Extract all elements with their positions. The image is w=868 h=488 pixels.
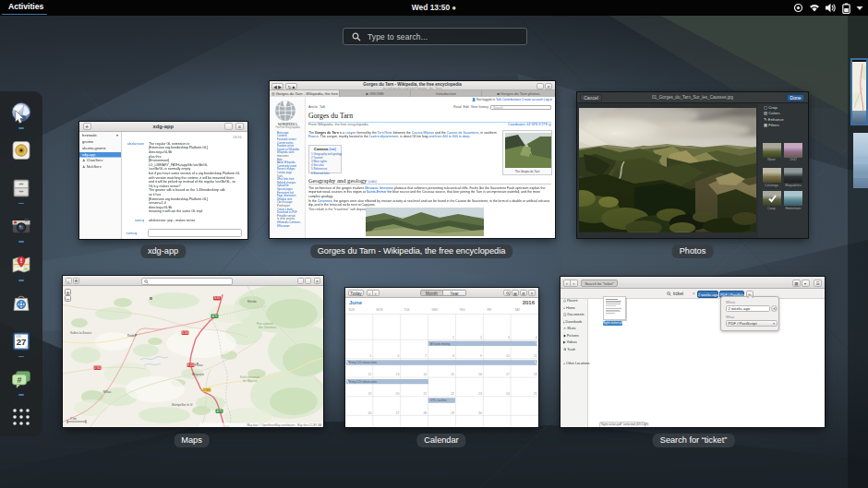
svg-text:FRI: FRI bbox=[488, 308, 492, 312]
svg-text:#: # bbox=[17, 375, 21, 385]
svg-text:Salles-la-Source: Salles-la-Source bbox=[70, 331, 92, 335]
svg-text:Montpellier-le-V.: Montpellier-le-V. bbox=[172, 403, 193, 407]
svg-text:7: 7 bbox=[425, 354, 427, 358]
svg-text:5: 5 bbox=[370, 354, 372, 358]
svg-text:22: 22 bbox=[451, 392, 454, 396]
svg-text:MON: MON bbox=[377, 308, 383, 312]
svg-text:SUN: SUN bbox=[349, 308, 355, 312]
svg-text:2 km: 2 km bbox=[70, 417, 77, 421]
svg-text:All hands meeting: All hands meeting bbox=[430, 342, 451, 346]
svg-text:17: 17 bbox=[506, 373, 510, 376]
svg-text:8: 8 bbox=[452, 354, 454, 358]
svg-text:27: 27 bbox=[17, 337, 27, 347]
svg-text:3: 3 bbox=[508, 336, 510, 339]
svg-text:1: 1 bbox=[452, 336, 454, 339]
svg-text:THU: THU bbox=[460, 308, 465, 312]
svg-text:N 88: N 88 bbox=[214, 296, 220, 300]
svg-text:27: 27 bbox=[396, 411, 400, 415]
svg-text:A 75: A 75 bbox=[211, 315, 217, 318]
svg-text:des Cévennes: des Cévennes bbox=[259, 326, 277, 329]
svg-text:9: 9 bbox=[480, 354, 482, 358]
svg-text:WED: WED bbox=[432, 308, 440, 312]
svg-text:10: 10 bbox=[506, 354, 510, 358]
svg-text:15: 15 bbox=[451, 373, 454, 376]
svg-text:2: 2 bbox=[480, 336, 482, 339]
svg-text:Mende: Mende bbox=[247, 300, 257, 304]
svg-text:12: 12 bbox=[368, 373, 372, 376]
svg-text:Map data © OpenStreetMap contr: Map data © OpenStreetMap contributors · … bbox=[247, 423, 321, 427]
svg-text:6: 6 bbox=[397, 354, 399, 358]
svg-text:25: 25 bbox=[534, 392, 537, 396]
svg-text:D 911: D 911 bbox=[93, 366, 101, 370]
svg-text:Florac: Florac bbox=[195, 363, 203, 367]
svg-text:28: 28 bbox=[423, 411, 427, 415]
svg-text:19: 19 bbox=[368, 392, 372, 396]
svg-text:30: 30 bbox=[478, 411, 482, 415]
svg-text:Writing 3.20 release notes: Writing 3.20 release notes bbox=[348, 380, 378, 384]
svg-text:de l'Aigoual: de l'Aigoual bbox=[243, 379, 258, 383]
svg-text:20: 20 bbox=[396, 392, 400, 396]
svg-text:Millau: Millau bbox=[103, 390, 112, 394]
svg-text:GTK+ hackfest: GTK+ hackfest bbox=[430, 399, 447, 402]
svg-text:N 106: N 106 bbox=[181, 331, 188, 335]
svg-text:Meyrueis: Meyrueis bbox=[192, 373, 204, 376]
svg-text:29: 29 bbox=[451, 411, 454, 415]
svg-text:21: 21 bbox=[423, 392, 427, 396]
svg-text:Writing 3.20 release notes: Writing 3.20 release notes bbox=[348, 361, 378, 364]
svg-text:13: 13 bbox=[396, 373, 400, 376]
svg-text:24: 24 bbox=[506, 392, 510, 396]
svg-text:26: 26 bbox=[368, 411, 372, 415]
svg-text:TUE: TUE bbox=[404, 308, 410, 312]
svg-text:14: 14 bbox=[423, 373, 427, 376]
svg-text:A 75: A 75 bbox=[216, 410, 222, 413]
svg-text:N 106: N 106 bbox=[187, 363, 194, 367]
svg-text:18: 18 bbox=[534, 373, 537, 376]
svg-text:4: 4 bbox=[536, 336, 537, 339]
svg-text:11: 11 bbox=[534, 354, 537, 358]
svg-text:23: 23 bbox=[478, 392, 482, 396]
svg-text:16: 16 bbox=[478, 373, 482, 376]
svg-text:SAT: SAT bbox=[515, 308, 521, 312]
svg-text:JUN: JUN bbox=[16, 334, 20, 338]
svg-text:D 986: D 986 bbox=[203, 388, 211, 392]
